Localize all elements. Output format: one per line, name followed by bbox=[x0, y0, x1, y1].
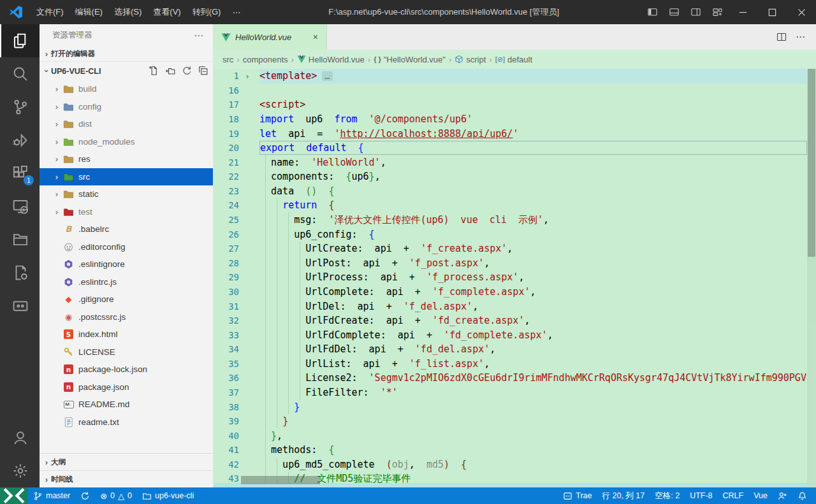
code-line-content[interactable]: let api = 'http://localhost:8888/api/up6… bbox=[259, 126, 807, 141]
tab-helloworld-vue[interactable]: HelloWorld.vue × bbox=[214, 24, 327, 50]
status-language-mode[interactable]: Vue bbox=[748, 487, 773, 504]
editor-more-actions-icon[interactable]: ⋯ bbox=[796, 31, 806, 43]
status-indentation[interactable]: 空格: 2 bbox=[650, 487, 685, 504]
code-line-content[interactable]: components: {up6}, bbox=[259, 169, 807, 184]
tree-item--eslintignore[interactable]: .eslintignore bbox=[40, 256, 213, 273]
code-line-content[interactable]: export default { bbox=[259, 141, 807, 155]
activity-account-icon[interactable] bbox=[0, 421, 40, 454]
code-line-content[interactable]: FileFilter: '*' bbox=[259, 385, 807, 400]
breadcrumb-item-6[interactable]: [⊘]default bbox=[495, 55, 532, 64]
breadcrumb-item-2[interactable]: components bbox=[243, 55, 288, 64]
collapse-all-icon[interactable] bbox=[198, 66, 209, 76]
status-notifications[interactable] bbox=[792, 487, 812, 504]
code-line-content[interactable]: UrlFdCreate: api + 'fd_create.aspx', bbox=[259, 313, 807, 328]
code-line-content[interactable]: <script> bbox=[259, 97, 807, 112]
vertical-scrollbar-thumb[interactable] bbox=[808, 69, 815, 257]
activity-code-settings-icon[interactable] bbox=[0, 256, 40, 289]
tree-item-test[interactable]: ›test bbox=[40, 203, 213, 221]
activity-live-card-icon[interactable] bbox=[0, 289, 40, 322]
code-editor[interactable]: 1›<template>…1617<script>18import up6 fr… bbox=[214, 69, 816, 487]
code-line-content[interactable]: import up6 from '@/components/up6' bbox=[259, 112, 807, 127]
tree-item-README-md[interactable]: M↓README.md bbox=[40, 396, 213, 414]
close-button[interactable] bbox=[787, 0, 816, 24]
tree-item-res[interactable]: ›res bbox=[40, 150, 213, 168]
menu-item-6[interactable]: ⋯ bbox=[226, 0, 246, 24]
open-editors-section[interactable]: › 打开的编辑器 bbox=[40, 47, 213, 62]
layout-sidebar-right-button[interactable] bbox=[685, 0, 706, 24]
menu-item-1[interactable]: 文件(F) bbox=[31, 0, 69, 24]
project-root-section[interactable]: › UP6-VUE-CLI bbox=[40, 62, 213, 80]
code-line-content[interactable]: data () { bbox=[259, 184, 807, 199]
code-line-content[interactable]: UrlComplete: api + 'f_complete.aspx', bbox=[259, 285, 807, 299]
refresh-icon[interactable] bbox=[182, 66, 193, 76]
status-sync[interactable] bbox=[75, 487, 95, 504]
code-line-content[interactable]: methods: { bbox=[259, 443, 807, 457]
status-eol[interactable]: CRLF bbox=[718, 487, 749, 504]
breadcrumb-item-1[interactable]: src bbox=[222, 55, 233, 64]
code-line-content[interactable]: UrlFdDel: api + 'fd_del.aspx', bbox=[259, 342, 807, 357]
code-line-content[interactable]: } bbox=[259, 414, 807, 429]
fold-chevron-icon[interactable]: › bbox=[239, 71, 256, 81]
activity-settings-icon[interactable] bbox=[0, 454, 40, 487]
tree-item-static[interactable]: ›static bbox=[40, 185, 213, 203]
tree-item-readme-txt[interactable]: readme.txt bbox=[40, 414, 213, 431]
code-line-content[interactable]: UrlCreate: api + 'f_create.aspx', bbox=[259, 241, 807, 256]
horizontal-scrollbar[interactable] bbox=[241, 476, 320, 484]
code-line-content[interactable]: UrlProcess: api + 'f_process.aspx', bbox=[259, 270, 807, 285]
activity-project-folder-icon[interactable] bbox=[0, 223, 40, 256]
code-line-content[interactable]: up6_config: { bbox=[259, 227, 807, 241]
vertical-scrollbar-track[interactable] bbox=[807, 69, 816, 487]
sidebar-section-outline[interactable]: ›大纲 bbox=[40, 453, 213, 470]
minimize-button[interactable] bbox=[728, 0, 757, 24]
activity-search-icon[interactable] bbox=[0, 57, 40, 90]
layout-panel-button[interactable] bbox=[663, 0, 685, 24]
activity-explorer-icon[interactable] bbox=[0, 24, 40, 57]
tree-item-src[interactable]: ›src bbox=[40, 168, 213, 186]
tree-item-index-html[interactable]: 5index.html bbox=[40, 326, 213, 343]
tab-close-icon[interactable]: × bbox=[311, 31, 320, 43]
menu-item-4[interactable]: 查看(V) bbox=[147, 0, 186, 24]
tree-item-dist[interactable]: ›dist bbox=[40, 115, 213, 133]
status-workspace[interactable]: up6-vue-cli bbox=[137, 487, 199, 504]
breadcrumb-item-3[interactable]: HelloWorld.vue bbox=[297, 55, 365, 64]
status-cursor-position[interactable]: 行 20, 列 17 bbox=[597, 487, 650, 504]
menu-item-5[interactable]: 转到(G) bbox=[187, 0, 227, 24]
tree-item-config[interactable]: ›config bbox=[40, 98, 213, 116]
tree-item-package-lock-json[interactable]: npackage-lock.json bbox=[40, 361, 213, 378]
sidebar-more-icon[interactable]: ⋯ bbox=[194, 30, 204, 41]
activity-remote-explorer-icon[interactable] bbox=[0, 190, 40, 223]
maximize-button[interactable] bbox=[757, 0, 787, 24]
status-encoding[interactable]: UTF-8 bbox=[685, 487, 717, 504]
code-line-content[interactable]: return { bbox=[259, 198, 807, 213]
activity-source-control-icon[interactable] bbox=[0, 90, 40, 124]
code-line-content[interactable]: msg: '泽优大文件上传控件(up6) vue cli 示例', bbox=[259, 213, 807, 227]
code-line-content[interactable]: }, bbox=[259, 428, 807, 443]
sidebar-section-timeline[interactable]: ›时间线 bbox=[40, 470, 213, 487]
tree-item-LICENSE[interactable]: LICENSE bbox=[40, 343, 213, 361]
new-folder-icon[interactable] bbox=[165, 66, 176, 76]
tree-item-build[interactable]: ›build bbox=[40, 80, 213, 98]
new-file-icon[interactable] bbox=[149, 66, 159, 76]
remote-indicator[interactable] bbox=[0, 487, 28, 504]
code-line-content[interactable]: <template>… bbox=[259, 69, 807, 83]
code-line-content[interactable] bbox=[259, 83, 807, 98]
folded-region-ellipsis[interactable]: … bbox=[322, 71, 333, 81]
status-trae[interactable]: Trae bbox=[558, 487, 597, 504]
split-editor-icon[interactable] bbox=[776, 32, 787, 42]
tree-item-node-modules[interactable]: ›node_modules bbox=[40, 133, 213, 151]
menu-item-2[interactable]: 编辑(E) bbox=[69, 0, 108, 24]
code-line-content[interactable]: UrlPost: api + 'f_post.aspx', bbox=[259, 256, 807, 271]
status-problems[interactable]: ⊗0△0 bbox=[95, 487, 137, 504]
code-line-content[interactable]: up6_md5_complete (obj, md5) { bbox=[259, 457, 807, 472]
tree-item--gitignore[interactable]: ◆.gitignore bbox=[40, 291, 213, 308]
code-line-content[interactable]: UrlList: api + 'f_list.aspx', bbox=[259, 357, 807, 371]
status-branch[interactable]: master bbox=[28, 487, 75, 504]
activity-run-debug-icon[interactable] bbox=[0, 124, 40, 157]
code-line-content[interactable]: name: 'HelloWorld', bbox=[259, 155, 807, 169]
tree-item-package-json[interactable]: npackage.json bbox=[40, 378, 213, 396]
breadcrumb-item-5[interactable]: script bbox=[455, 55, 486, 64]
tree-item--editorconfig[interactable]: .editorconfig bbox=[40, 238, 213, 256]
layout-sidebar-left-button[interactable] bbox=[641, 0, 663, 24]
code-line-content[interactable]: } bbox=[259, 400, 807, 414]
tree-item--babelrc[interactable]: B.babelrc bbox=[40, 220, 213, 238]
